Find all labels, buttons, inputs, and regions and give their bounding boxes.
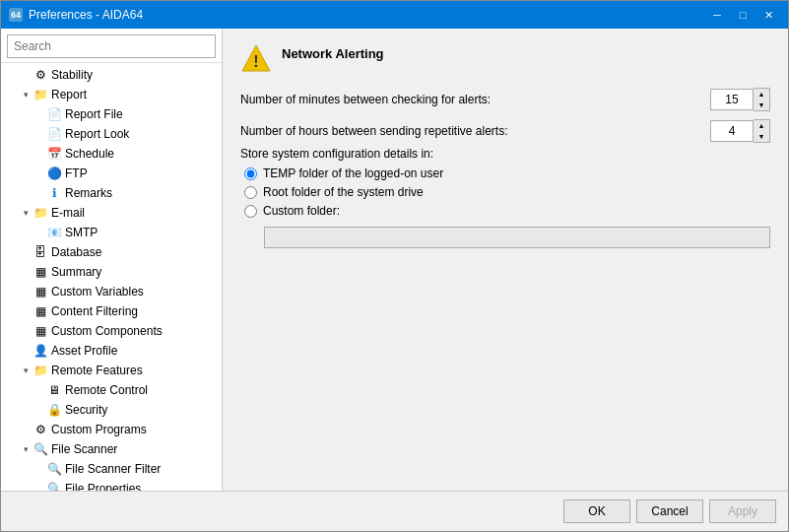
radio-root[interactable] bbox=[244, 186, 257, 199]
sidebar-item-content-filtering[interactable]: ▦ Content Filtering bbox=[1, 301, 222, 321]
search-box bbox=[1, 29, 222, 63]
close-button[interactable]: ✕ bbox=[756, 5, 780, 25]
radio-item-root: Root folder of the system drive bbox=[244, 185, 770, 199]
doc-icon: 📄 bbox=[46, 126, 62, 142]
hours-input[interactable] bbox=[710, 120, 754, 142]
sidebar-item-remote-control[interactable]: 🖥 Remote Control bbox=[1, 380, 222, 400]
hours-label: Number of hours between sending repetiti… bbox=[240, 124, 702, 138]
expand-icon bbox=[33, 383, 46, 397]
app-icon: 64 bbox=[9, 8, 23, 22]
gear-icon: ⚙ bbox=[33, 67, 48, 83]
sidebar-label: File Properties bbox=[65, 482, 141, 491]
minutes-down-button[interactable]: ▼ bbox=[754, 100, 769, 110]
expand-icon bbox=[19, 68, 33, 82]
minutes-spinner: ▲ ▼ bbox=[710, 88, 770, 111]
expand-icon: ▾ bbox=[19, 442, 33, 456]
sidebar-label: E-mail bbox=[51, 206, 85, 220]
calendar-icon: 📅 bbox=[46, 146, 62, 162]
sidebar-item-remarks[interactable]: ℹ Remarks bbox=[1, 183, 222, 203]
radio-item-temp: TEMP folder of the logged-on user bbox=[244, 166, 770, 180]
radio-custom[interactable] bbox=[244, 205, 257, 218]
expand-icon bbox=[33, 462, 46, 476]
folder-icon: 📁 bbox=[33, 363, 48, 378]
expand-icon bbox=[33, 127, 46, 141]
sidebar-item-report[interactable]: ▾ 📁 Report bbox=[1, 85, 222, 104]
sidebar-item-custom-components[interactable]: ▦ Custom Components bbox=[1, 321, 222, 341]
ok-button[interactable]: OK bbox=[563, 499, 630, 523]
info-icon: ℹ bbox=[46, 185, 62, 201]
grid-icon: ▦ bbox=[33, 303, 48, 319]
sidebar-item-security[interactable]: 🔒 Security bbox=[1, 400, 222, 420]
folder-icon: 📁 bbox=[33, 205, 48, 221]
hours-spinner-buttons: ▲ ▼ bbox=[754, 119, 770, 143]
sidebar-label: Remarks bbox=[65, 186, 112, 200]
sidebar-label: Remote Control bbox=[65, 383, 148, 397]
search-icon: 🔍 bbox=[46, 481, 62, 491]
cancel-button[interactable]: Cancel bbox=[636, 499, 703, 523]
sidebar-item-file-scanner[interactable]: ▾ 🔍 File Scanner bbox=[1, 439, 222, 459]
expand-icon: ▾ bbox=[19, 88, 33, 101]
minutes-up-button[interactable]: ▲ bbox=[754, 89, 769, 100]
hours-spinner: ▲ ▼ bbox=[710, 119, 770, 143]
doc-icon: 📄 bbox=[46, 106, 62, 122]
sidebar-label: Report File bbox=[65, 107, 123, 121]
sidebar-item-ftp[interactable]: 🔵 FTP bbox=[1, 164, 222, 183]
hours-down-button[interactable]: ▼ bbox=[754, 131, 769, 142]
sidebar-item-file-scanner-filter[interactable]: 🔍 File Scanner Filter bbox=[1, 459, 222, 479]
sidebar-label: File Scanner Filter bbox=[65, 462, 161, 476]
section-title: Network Alerting bbox=[282, 46, 384, 61]
sidebar-label: Schedule bbox=[65, 147, 114, 161]
minutes-input[interactable] bbox=[710, 89, 754, 110]
sidebar-item-custom-variables[interactable]: ▦ Custom Variables bbox=[1, 282, 222, 301]
expand-icon bbox=[33, 107, 46, 121]
minimize-button[interactable]: ─ bbox=[705, 5, 729, 25]
minutes-row: Number of minutes between checking for a… bbox=[240, 88, 770, 111]
sidebar-item-smtp[interactable]: 📧 SMTP bbox=[1, 223, 222, 242]
main-window: 64 Preferences - AIDA64 ─ □ ✕ ⚙ Stabilit… bbox=[0, 0, 789, 532]
sidebar-item-report-file[interactable]: 📄 Report File bbox=[1, 104, 222, 124]
maximize-button[interactable]: □ bbox=[731, 5, 755, 25]
expand-icon bbox=[33, 147, 46, 161]
radio-temp[interactable] bbox=[244, 167, 257, 180]
grid-icon: ▦ bbox=[33, 323, 48, 339]
lock-icon: 🔒 bbox=[46, 402, 62, 418]
section-header: ! Network Alerting Number of minutes bet… bbox=[240, 42, 770, 248]
sidebar-item-custom-programs[interactable]: ⚙ Custom Programs bbox=[1, 420, 222, 439]
tree-panel: ⚙ Stability ▾ 📁 Report 📄 Report File 📄 bbox=[1, 63, 222, 491]
sidebar-item-email[interactable]: ▾ 📁 E-mail bbox=[1, 203, 222, 223]
expand-icon bbox=[33, 186, 46, 200]
minutes-spinner-buttons: ▲ ▼ bbox=[754, 88, 770, 111]
expand-icon bbox=[19, 304, 33, 318]
right-panel: ! Network Alerting Number of minutes bet… bbox=[223, 29, 788, 491]
db-icon: 🗄 bbox=[33, 244, 48, 260]
title-bar: 64 Preferences - AIDA64 ─ □ ✕ bbox=[1, 1, 788, 29]
sidebar-item-summary[interactable]: ▦ Summary bbox=[1, 262, 222, 282]
sidebar-label: Custom Programs bbox=[51, 423, 147, 436]
person-icon: 👤 bbox=[33, 343, 48, 359]
sidebar-item-database[interactable]: 🗄 Database bbox=[1, 242, 222, 262]
svg-text:!: ! bbox=[253, 53, 258, 70]
apply-button[interactable]: Apply bbox=[709, 499, 776, 523]
sidebar-item-asset-profile[interactable]: 👤 Asset Profile bbox=[1, 341, 222, 361]
sidebar-label: Content Filtering bbox=[51, 304, 138, 318]
sidebar-item-report-look[interactable]: 📄 Report Look bbox=[1, 124, 222, 144]
sidebar-item-stability[interactable]: ⚙ Stability bbox=[1, 65, 222, 85]
sidebar-label: Asset Profile bbox=[51, 344, 117, 358]
warning-triangle-icon: ! bbox=[240, 42, 272, 74]
search-input[interactable] bbox=[7, 34, 216, 58]
radio-group: TEMP folder of the logged-on user Root f… bbox=[240, 166, 770, 248]
radio-custom-label: Custom folder: bbox=[263, 204, 340, 218]
expand-icon: ▾ bbox=[19, 206, 33, 220]
sidebar-item-remote-features[interactable]: ▾ 📁 Remote Features bbox=[1, 361, 222, 380]
main-content: ⚙ Stability ▾ 📁 Report 📄 Report File 📄 bbox=[1, 29, 788, 491]
sidebar-item-file-properties[interactable]: 🔍 File Properties bbox=[1, 479, 222, 491]
expand-icon bbox=[33, 482, 46, 491]
custom-folder-input[interactable] bbox=[264, 227, 770, 248]
expand-icon: ▾ bbox=[19, 364, 33, 377]
hours-up-button[interactable]: ▲ bbox=[754, 120, 769, 131]
sidebar-item-schedule[interactable]: 📅 Schedule bbox=[1, 144, 222, 164]
sidebar-label: Remote Features bbox=[51, 364, 143, 377]
sidebar-label: Custom Components bbox=[51, 324, 163, 338]
radio-temp-label: TEMP folder of the logged-on user bbox=[263, 166, 443, 180]
expand-icon bbox=[19, 423, 33, 436]
